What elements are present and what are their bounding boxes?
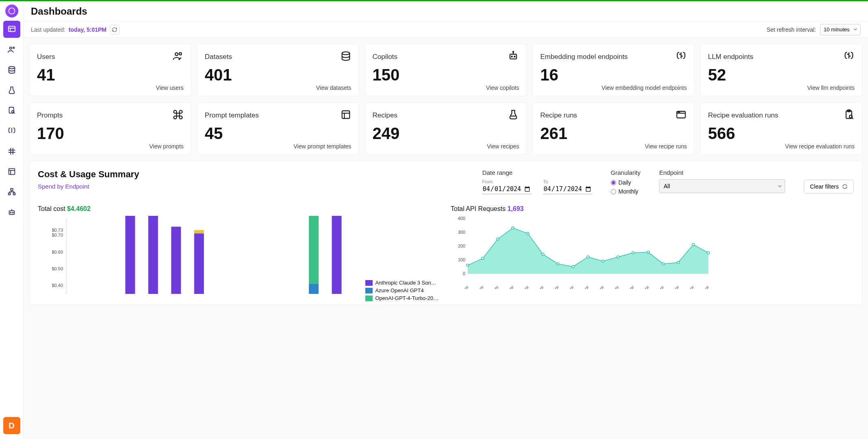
sidebar: D [0, 1, 24, 439]
card-link[interactable]: View copilots [373, 85, 519, 91]
api-chart: Total API Requests 1,693 010020030040001… [451, 205, 854, 303]
svg-point-81 [602, 260, 604, 262]
svg-point-75 [512, 227, 514, 229]
card-link[interactable]: View datasets [205, 85, 352, 91]
flask-icon [508, 109, 519, 122]
cost-usage-panel: Cost & Usage Summary Spend by Endpoint D… [29, 161, 862, 305]
card-link[interactable]: View recipe evaluation runs [708, 143, 855, 150]
svg-line-10 [13, 113, 15, 114]
svg-text:100: 100 [458, 257, 465, 262]
brain-icon [843, 50, 855, 63]
cost-legend: Anthropic Claude 3 Son…Azure OpenAI GPT4… [365, 278, 438, 301]
granularity-label: Granularity [611, 169, 640, 176]
card-link[interactable]: View recipe runs [540, 143, 687, 150]
nav-recipes[interactable] [3, 82, 20, 99]
panel-subtitle: Spend by Endpoint [38, 183, 139, 190]
svg-text:01 Apr: 01 Apr [457, 285, 469, 289]
svg-point-72 [467, 264, 469, 267]
api-title-value: 1,693 [508, 205, 524, 212]
svg-text:13 Apr: 13 Apr [637, 285, 650, 289]
stat-card-prompts: Prompts 170 View prompts [29, 102, 191, 155]
svg-point-76 [527, 232, 529, 235]
card-link[interactable]: View users [37, 85, 184, 91]
legend-item: Anthropic Claude 3 Son… [375, 280, 436, 286]
svg-rect-58 [194, 233, 204, 294]
card-link[interactable]: View recipes [373, 143, 519, 150]
svg-text:04 Apr: 04 Apr [502, 285, 514, 289]
date-to-input[interactable] [543, 184, 592, 194]
nav-datasets[interactable] [3, 61, 20, 78]
clear-filters-button[interactable]: Clear filters [804, 180, 854, 193]
svg-rect-12 [9, 169, 15, 175]
user-avatar[interactable]: D [3, 417, 20, 434]
svg-text:$0.40: $0.40 [52, 283, 63, 288]
nav-dashboards[interactable] [3, 21, 20, 38]
svg-text:08 Apr: 08 Apr [562, 285, 575, 289]
legend-item: Azure OpenAI GPT4 [375, 287, 423, 293]
endpoint-select[interactable]: All [659, 179, 785, 193]
nav-users[interactable] [3, 41, 20, 58]
svg-rect-53 [148, 216, 158, 294]
nav-prompts[interactable] [3, 143, 20, 160]
card-link[interactable]: View prompt templates [205, 143, 352, 150]
svg-point-85 [662, 263, 664, 265]
svg-rect-1 [8, 26, 15, 32]
nav-bot[interactable] [3, 204, 20, 221]
svg-point-29 [513, 51, 514, 52]
svg-rect-60 [309, 284, 319, 294]
svg-text:$0.73: $0.73 [52, 228, 63, 233]
svg-point-88 [707, 252, 710, 254]
nav-search-doc[interactable] [3, 102, 20, 119]
nav-brain[interactable] [3, 122, 20, 139]
stat-card-embedding-model-endpoints: Embedding model endpoints 16 View embedd… [532, 43, 694, 96]
refresh-button[interactable] [110, 25, 119, 35]
clipboard-icon [843, 109, 855, 122]
svg-text:06 Apr: 06 Apr [532, 285, 545, 289]
refresh-icon [842, 184, 848, 189]
card-link[interactable]: View llm endpoints [708, 85, 855, 91]
card-link[interactable]: View prompts [37, 143, 184, 150]
gran-monthly-radio[interactable] [611, 189, 616, 194]
api-title-label: Total API Requests [451, 205, 506, 212]
refresh-interval-select[interactable]: 10 minutes [820, 24, 861, 35]
svg-point-6 [9, 67, 15, 69]
svg-point-74 [497, 238, 499, 240]
stat-card-recipe-runs: Recipe runs 261 View recipe runs [532, 102, 694, 155]
svg-point-4 [9, 47, 12, 50]
svg-point-84 [647, 251, 649, 253]
card-title: Recipe evaluation runs [708, 111, 778, 120]
gran-daily-radio[interactable] [611, 180, 616, 185]
card-link[interactable]: View embedding model endpoints [540, 85, 687, 91]
date-from-input[interactable] [482, 184, 531, 194]
svg-point-77 [542, 253, 544, 255]
svg-point-79 [572, 265, 574, 268]
card-value: 401 [205, 66, 352, 84]
card-value: 52 [708, 66, 855, 84]
card-title: Embedding model endpoints [540, 53, 627, 61]
last-updated-label: Last updated: [31, 26, 65, 33]
bot-icon [508, 50, 519, 63]
nav-templates[interactable] [3, 163, 20, 180]
svg-rect-17 [13, 193, 15, 195]
users-icon [172, 50, 184, 63]
card-title: LLM endpoints [708, 53, 753, 61]
last-updated-value: today, 5:01PM [69, 26, 106, 33]
cost-title-label: Total cost [38, 205, 65, 212]
endpoint-label: Endpoint [659, 169, 785, 176]
card-value: 45 [205, 124, 352, 143]
svg-point-80 [587, 256, 589, 258]
refresh-interval-label: Set refresh interval: [767, 26, 816, 33]
svg-point-86 [677, 261, 679, 264]
to-label: To [543, 179, 592, 184]
app-logo [5, 4, 18, 17]
card-value: 566 [708, 124, 855, 143]
card-title: Prompts [37, 111, 63, 120]
svg-rect-59 [194, 230, 204, 233]
nav-org[interactable] [3, 183, 20, 200]
card-value: 249 [373, 124, 519, 143]
svg-rect-15 [11, 189, 13, 191]
stat-card-datasets: Datasets 401 View datasets [197, 43, 359, 96]
command-icon [172, 109, 184, 122]
card-value: 261 [540, 124, 687, 143]
card-value: 170 [37, 124, 184, 143]
